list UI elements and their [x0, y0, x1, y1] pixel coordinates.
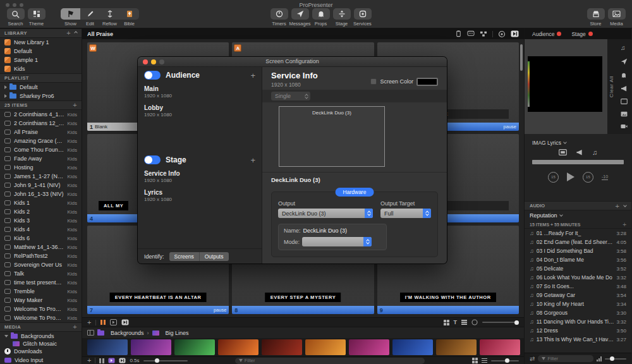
media-item-glitch-mosaic[interactable]: Glitch Mosaic: [0, 341, 82, 347]
document-item[interactable]: Kids 4 Kids: [0, 225, 82, 234]
audio-layer-icon[interactable]: ♫: [592, 149, 597, 156]
forward-15-button[interactable]: 15: [583, 172, 593, 183]
screen-item[interactable]: Service Info 1920 x 1080: [138, 168, 262, 187]
document-item[interactable]: Way Maker Kids: [0, 296, 82, 305]
document-item[interactable]: John 9_1-41 (NIV) Kids: [0, 181, 82, 190]
identify-button[interactable]: Screens: [169, 252, 199, 261]
audience-toggle[interactable]: [144, 71, 161, 80]
slide-layer-icon[interactable]: [559, 149, 567, 155]
disclosure-caret-icon[interactable]: [4, 335, 8, 337]
tab-bible[interactable]: Bible: [119, 8, 139, 27]
document-item[interactable]: Kids 1 Kids: [0, 198, 82, 207]
background-thumbnail[interactable]: [262, 339, 302, 355]
library-item[interactable]: Default: [0, 47, 82, 56]
audio-track-row[interactable]: ♫ 03 I Did Something Bad 3:58: [525, 246, 631, 255]
document-item[interactable]: Kids 2 Kids: [0, 207, 82, 216]
background-thumbnail[interactable]: [174, 339, 215, 355]
advance-icon[interactable]: [119, 358, 126, 363]
audio-track-row[interactable]: ♫ 12 Dress 3:50: [525, 326, 631, 335]
stage-toggle[interactable]: [144, 155, 161, 164]
add-audio-button[interactable]: +: [616, 202, 619, 210]
theme-button[interactable]: Theme: [26, 8, 47, 27]
document-item[interactable]: RelPathTest2 Kids: [0, 252, 82, 260]
library-item[interactable]: New Library 1: [0, 38, 82, 47]
document-item[interactable]: Tremble Kids: [0, 287, 82, 296]
clear-media-icon[interactable]: [621, 111, 628, 117]
document-item[interactable]: Fade Away Kids: [0, 154, 82, 163]
audio-filter[interactable]: [538, 355, 593, 362]
document-item[interactable]: 2 Corinthians 4_1-18 (NI... Kids: [0, 110, 82, 119]
store-button[interactable]: Store: [585, 8, 606, 27]
background-thumbnail[interactable]: [436, 339, 477, 355]
playlist-item[interactable]: Sharkey Pro6: [0, 92, 82, 100]
document-item[interactable]: Matthew 14_1-36 (NIV) Kids: [0, 243, 82, 252]
stage-button[interactable]: Stage: [331, 8, 352, 27]
screen-color-checkbox[interactable]: [370, 78, 377, 85]
mode-select[interactable]: [302, 237, 372, 246]
clock-view-icon[interactable]: [471, 319, 478, 325]
play-button[interactable]: [567, 173, 574, 181]
document-item[interactable]: 2 Corinthians 12_1-21 (... Kids: [0, 119, 82, 128]
output-preview-video[interactable]: [528, 56, 602, 112]
document-item[interactable]: Welcome To ProPresent... Kids: [0, 305, 82, 313]
disclosure-caret-icon[interactable]: [4, 94, 7, 98]
tab-reflow[interactable]: Reflow: [100, 8, 119, 27]
output-select[interactable]: DeckLink Duo (3): [278, 209, 373, 218]
document-item[interactable]: Kids 3 Kids: [0, 216, 82, 225]
media-item-downloads[interactable]: Downloads: [0, 347, 82, 356]
audio-track-row[interactable]: ♫ 08 Gorgeous 3:30: [525, 308, 631, 317]
pause-timeline-icon[interactable]: [100, 320, 106, 325]
media-filter[interactable]: [235, 358, 425, 364]
clear-announcements-icon[interactable]: [621, 85, 628, 92]
document-item[interactable]: Welcome To ProPresent... Kids: [0, 313, 82, 322]
clear-audio-icon[interactable]: ♫: [621, 44, 628, 51]
thumbnail-size-slider[interactable]: [482, 322, 519, 323]
copy-icon[interactable]: [455, 30, 462, 37]
preview-source-selector[interactable]: IMAG Lyrics: [525, 138, 631, 147]
audience-live-label[interactable]: Audience: [532, 31, 554, 37]
screen-item[interactable]: Lobby 1920 x 1080: [138, 102, 262, 121]
dialog-titlebar[interactable]: Screen Configuration: [138, 57, 447, 67]
audio-track-row[interactable]: ♫ 11 Dancing With Our Hands Tied 3:32: [525, 317, 631, 326]
audio-track-row[interactable]: ♫ 01 ...Ready For It_ 3:28: [525, 229, 631, 238]
shuffle-icon[interactable]: ⇄: [530, 356, 535, 362]
skip-next-icon[interactable]: [511, 30, 519, 37]
disclosure-caret-icon[interactable]: [4, 85, 7, 89]
breadcrumb-big-lines[interactable]: Big Lines: [166, 330, 189, 336]
identify-button[interactable]: Outputs: [199, 252, 229, 261]
audio-track-row[interactable]: ♫ 06 Look What You Made Me Do 3:32: [525, 273, 631, 282]
advance-icon[interactable]: [121, 319, 129, 325]
document-item[interactable]: John 16_1-33 (NIV) Kids: [0, 190, 82, 198]
display-rect[interactable]: DeckLink Duo (3): [279, 106, 385, 167]
add-audience-screen-button[interactable]: +: [250, 71, 255, 80]
library-item[interactable]: Sample 1: [0, 56, 82, 64]
background-thumbnail[interactable]: [218, 339, 258, 355]
tab-show[interactable]: Show: [61, 8, 80, 27]
audio-track-row[interactable]: ♫ 05 Delicate 3:52: [525, 264, 631, 273]
media-button[interactable]: Media: [606, 8, 627, 27]
media-filter-input[interactable]: [245, 358, 283, 363]
search-button[interactable]: Search: [5, 8, 26, 27]
background-thumbnail[interactable]: [87, 339, 128, 355]
media-item-video-input[interactable]: Video Input: [0, 356, 82, 364]
background-thumbnail[interactable]: [349, 339, 389, 355]
background-thumbnail[interactable]: [392, 339, 433, 355]
audio-track-row[interactable]: ♫ 13 This Is Why We Can_t Have Nice... 3…: [525, 335, 631, 344]
hardware-tab[interactable]: Hardware: [336, 188, 374, 197]
messages-button[interactable]: Messages: [289, 8, 310, 27]
audio-track-row[interactable]: ♫ 02 End Game (feat. Ed Sheeran & Fu... …: [525, 238, 631, 246]
transition-duration[interactable]: 0.5s: [130, 358, 139, 363]
add-media-button[interactable]: +: [87, 357, 91, 364]
audio-track-row[interactable]: ♫ 04 Don_t Blame Me 3:56: [525, 255, 631, 264]
list-view-icon[interactable]: [461, 320, 467, 325]
announcement-layer-icon[interactable]: [576, 149, 583, 155]
text-view-icon[interactable]: T: [454, 319, 458, 325]
add-track-button[interactable]: +: [623, 221, 626, 228]
volume-slider[interactable]: [605, 358, 626, 360]
tab-edit[interactable]: Edit: [80, 8, 100, 27]
rewind-15-button[interactable]: 15: [548, 172, 559, 183]
background-thumbnail[interactable]: [305, 339, 346, 355]
background-thumbnail[interactable]: [131, 339, 171, 355]
grid-view-icon[interactable]: [472, 358, 478, 363]
screen-color-well[interactable]: [416, 78, 438, 86]
